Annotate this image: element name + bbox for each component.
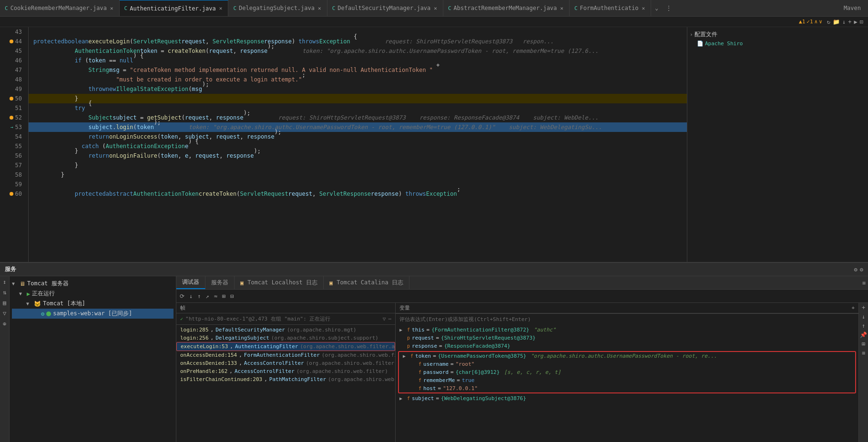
thread-info: ✓ "http-nio-80-exec-1"@2,473 在组 "main": … — [176, 313, 395, 325]
vars-up-icon[interactable]: ↑ — [862, 322, 865, 329]
services-tomcat-server[interactable]: ▼ 🖥 Tomcat 服务器 — [12, 279, 174, 289]
var-expand-this[interactable]: ▶ — [399, 327, 405, 332]
debug-tab-server[interactable]: 服务器 — [205, 276, 235, 289]
var-eq-token: = — [433, 353, 436, 359]
gutter-line-44: 44 — [0, 37, 26, 46]
debug-tab-tomcat-catalina[interactable]: ▣ Tomcat Catalina 日志 — [324, 276, 409, 289]
tab-formauthentication[interactable]: C FormAuthenticatio ✕ — [570, 0, 651, 16]
download-icon[interactable]: ↓ — [842, 19, 846, 25]
bottom-side-icon-4[interactable]: ▽ — [3, 310, 6, 317]
services-samples-war[interactable]: ⚙ samples-web:war [已同步] — [12, 309, 174, 319]
tab-close-2[interactable]: ✕ — [317, 4, 322, 12]
gutter-line-47: 47 — [0, 65, 26, 75]
tab-close-3[interactable]: ✕ — [433, 4, 438, 12]
add-icon[interactable]: + — [848, 19, 851, 25]
var-eq-request: = — [436, 335, 439, 341]
var-hint-this: "authc" — [533, 327, 555, 333]
tab-cookierememberme[interactable]: C CookieRememberMeManager.java ✕ — [0, 0, 120, 16]
step-out-icon[interactable]: ↑ — [195, 293, 203, 300]
vars-add-icon[interactable]: + — [862, 304, 865, 311]
frame-item-0[interactable]: login:285, DefaultSecurityManager (org.a… — [176, 326, 395, 334]
tab-menu-button[interactable]: ⋮ — [662, 5, 675, 11]
frame-item-6[interactable]: isFilterChainContinued:203, PathMatching… — [176, 375, 395, 383]
debug-extra-icon[interactable]: ⊟ — [228, 293, 235, 300]
debug-tab-debugger[interactable]: 调试器 — [176, 276, 205, 289]
services-running[interactable]: ▼ ▶ 正在运行 — [12, 289, 174, 299]
editor-container: 43 44 45 46 47 48 49 50 51 52 →53 54 55 … — [0, 27, 687, 262]
var-response[interactable]: p response = {ResponseFacade@3874} — [396, 342, 858, 350]
var-expand-token[interactable]: ▶ — [403, 353, 408, 359]
debug-content: 帧 ✓ "http-nio-80-exec-1"@2,473 在组 "main"… — [176, 303, 868, 442]
bottom-side-icon-5[interactable]: ⊕ — [3, 321, 6, 327]
var-token[interactable]: ▶ f token = {UsernamePasswordToken@3875}… — [399, 352, 855, 360]
var-expand-subject[interactable]: ▶ — [399, 396, 405, 401]
var-value-rememberme: true — [462, 377, 475, 383]
vars-scroll-icon[interactable]: ↓ — [862, 313, 865, 320]
tab-close-5[interactable]: ✕ — [641, 4, 646, 12]
var-host[interactable]: f host = "127.0.0.1" — [399, 384, 855, 392]
tab-bar: C CookieRememberMeManager.java ✕ C Authe… — [0, 0, 868, 17]
refresh-icon[interactable]: ↻ — [827, 19, 830, 25]
add-watch-area[interactable]: 评估表达式(Enter)或添加监视(Ctrl+Shift+Enter) — [396, 313, 858, 325]
tomcat-catalina-label: Tomcat Catalina 日志 — [337, 279, 403, 287]
tab-icon-1: C — [124, 5, 128, 11]
more-debug-icons[interactable]: ⊞ — [220, 293, 227, 300]
var-icon-response: p — [407, 343, 410, 349]
frame-item-4[interactable]: onAccessDenied:133, AccessControlFilter … — [176, 359, 395, 367]
frame-item-3[interactable]: onAccessDenied:154, FormAuthenticationFi… — [176, 351, 395, 359]
services-tomcat-local[interactable]: ▼ 🐱 Tomcat [本地] — [12, 299, 174, 309]
code-line-59 — [29, 180, 687, 189]
thread-menu-icon[interactable]: ⋯ — [388, 316, 391, 322]
nav-down[interactable]: ∨ — [819, 19, 822, 25]
run-to-cursor-icon[interactable]: ↗ — [204, 293, 211, 300]
tab-close-4[interactable]: ✕ — [559, 4, 564, 12]
step-over-icon[interactable]: ⟳ — [178, 293, 186, 300]
debug-tab-tomcat-localhost[interactable]: ▣ Tomcat Localhost 日志 — [235, 276, 324, 289]
breakpoint-50[interactable] — [10, 97, 13, 100]
var-password[interactable]: f password = {char[6]@3912} [s, e, c, r,… — [399, 368, 855, 376]
vars-grid-icon[interactable]: ⊞ — [862, 341, 865, 347]
step-into-icon[interactable]: ↓ — [187, 293, 194, 300]
var-username[interactable]: f username = "root" — [399, 360, 855, 368]
var-value-this: {FormAuthenticationFilter@3872} — [431, 327, 529, 333]
fullscreen-icon[interactable]: ⊡ — [860, 19, 863, 25]
add-watch-btn[interactable]: + — [851, 305, 855, 311]
play-icon[interactable]: ▶ — [854, 19, 858, 25]
tab-abstractrememberme[interactable]: C AbstractRememberMeManager.java ✕ — [443, 0, 570, 16]
vars-list-icon[interactable]: ≡ — [862, 350, 865, 356]
var-eq-password: = — [450, 369, 454, 375]
code-line-46: if (token == null) { — [29, 56, 687, 65]
breakpoint-44[interactable] — [10, 40, 13, 43]
folder-icon-top[interactable]: 📁 — [833, 19, 840, 25]
bottom-side-icon-1[interactable]: ↕ — [3, 279, 6, 285]
gutter-line-58: 58 — [0, 170, 26, 180]
vars-pin-icon[interactable]: 📌 — [860, 332, 867, 338]
var-this[interactable]: ▶ f this = {FormAuthenticationFilter@387… — [396, 326, 858, 334]
nav-up[interactable]: ∧ — [815, 19, 818, 25]
frame-item-2[interactable]: executeLogin:53, AuthenticatingFilter (o… — [176, 342, 395, 351]
evaluate-icon[interactable]: ≈ — [212, 293, 219, 300]
code-line-44: protected boolean executeLogin(ServletRe… — [29, 37, 687, 46]
bottom-settings-icon[interactable]: ⚙ — [854, 266, 858, 273]
tab-overflow-button[interactable]: ⌄ — [651, 5, 662, 11]
var-request[interactable]: p request = {ShiroHttpServletRequest@387… — [396, 334, 858, 342]
tab-delegatingsubject[interactable]: C DelegatingSubject.java ✕ — [228, 0, 327, 16]
bottom-side-icon-2[interactable]: ⇅ — [3, 289, 6, 296]
frame-item-5[interactable]: onPreHandle:162, AccessControlFilter (or… — [176, 367, 395, 375]
var-rememberme[interactable]: f rememberMe = true — [399, 376, 855, 384]
frame-item-1[interactable]: login:256, DelegatingSubject (org.apache… — [176, 334, 395, 342]
var-subject[interactable]: ▶ f subject = {WebDelegatingSubject@3876… — [396, 394, 858, 402]
tab-close-0[interactable]: ✕ — [109, 4, 114, 12]
apache-shiro-item[interactable]: 📄 Apache Shiro — [690, 40, 866, 48]
tab-defaultsecuritymanager[interactable]: C DefaultSecurityManager.java ✕ — [327, 0, 443, 16]
bottom-side-icon-3[interactable]: ▤ — [3, 300, 6, 306]
var-eq-username: = — [450, 361, 454, 367]
maven-panel-button[interactable]: Maven — [837, 5, 868, 11]
thread-filter-icon[interactable]: ▽ — [383, 316, 386, 322]
debug-menu-icon[interactable]: ≡ — [862, 280, 866, 286]
breakpoint-60[interactable] — [10, 192, 13, 196]
tab-authenticatingfilter[interactable]: C AuthenticatingFilter.java ✕ — [120, 0, 229, 16]
bottom-gear-icon[interactable]: ⚙ — [860, 266, 863, 273]
breakpoint-52[interactable] — [10, 116, 13, 120]
tab-close-1[interactable]: ✕ — [218, 4, 224, 12]
